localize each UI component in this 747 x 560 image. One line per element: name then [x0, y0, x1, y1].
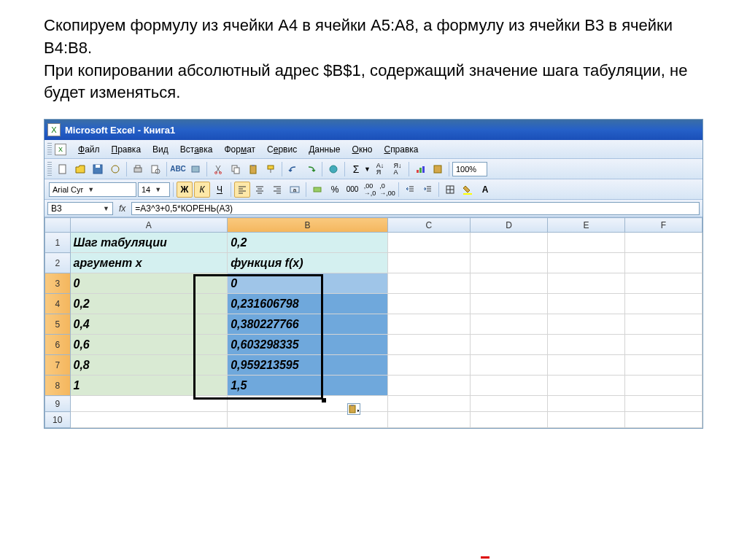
cell-d4[interactable] [470, 294, 547, 314]
cell-c3[interactable] [387, 273, 470, 294]
row-header-5[interactable]: 5 [45, 314, 71, 335]
cell-c2[interactable] [387, 253, 470, 273]
cell-c4[interactable] [387, 294, 470, 314]
new-button[interactable] [55, 161, 71, 177]
menu-file[interactable]: Файл [72, 143, 106, 156]
cell-f8[interactable] [624, 376, 702, 396]
row-header-3[interactable]: 3 [45, 273, 71, 294]
align-center-button[interactable] [252, 182, 268, 198]
cell-b4[interactable]: 0,231606798 [228, 294, 387, 314]
cell-e8[interactable] [547, 376, 624, 396]
autosum-button[interactable]: Σ [348, 161, 364, 177]
cell-d3[interactable] [470, 273, 547, 294]
sort-asc-button[interactable]: А↓Я [372, 161, 388, 177]
cell-a7[interactable]: 0,8 [70, 355, 228, 376]
chart-wizard-button[interactable] [412, 161, 428, 177]
cell-d6[interactable] [470, 335, 547, 355]
row-header-8[interactable]: 8 [45, 376, 71, 396]
toolbar-grip-icon[interactable] [47, 162, 52, 176]
menu-service[interactable]: Сервис [261, 143, 303, 156]
cell-e7[interactable] [547, 355, 624, 376]
menu-edit[interactable]: Правка [106, 143, 147, 156]
menu-view[interactable]: Вид [147, 143, 174, 156]
percent-button[interactable]: % [327, 182, 343, 198]
menu-format[interactable]: Формат [218, 143, 261, 156]
cell-f4[interactable] [624, 294, 702, 314]
cell-b1[interactable]: 0,2 [228, 233, 387, 253]
col-header-b[interactable]: B [228, 218, 387, 233]
menu-help[interactable]: Справка [378, 143, 424, 156]
cell-b3[interactable]: 0 [228, 273, 387, 294]
cell-f3[interactable] [624, 273, 702, 294]
cell-a4[interactable]: 0,2 [70, 294, 228, 314]
cell-c9[interactable] [387, 396, 470, 412]
cell-f5[interactable] [624, 314, 702, 335]
menu-data[interactable]: Данные [303, 143, 346, 156]
toolbar-grip-icon[interactable] [47, 143, 52, 156]
cell-d9[interactable] [470, 396, 547, 412]
cell-f9[interactable] [624, 396, 702, 412]
row-header-10[interactable]: 10 [45, 412, 71, 428]
cell-c5[interactable] [387, 314, 470, 335]
sort-desc-button[interactable]: Я↓А [390, 161, 406, 177]
cell-d8[interactable] [470, 376, 547, 396]
cell-f7[interactable] [624, 355, 702, 376]
permissions-button[interactable] [107, 161, 123, 177]
row-header-4[interactable]: 4 [45, 294, 71, 314]
comma-style-button[interactable]: 000 [344, 182, 360, 198]
increase-indent-button[interactable] [419, 182, 436, 198]
cell-e3[interactable] [547, 273, 624, 294]
cell-e2[interactable] [547, 253, 624, 273]
cell-a10[interactable] [70, 412, 228, 428]
fill-color-button[interactable] [460, 182, 476, 198]
select-all-corner[interactable] [45, 218, 71, 233]
autofill-options-icon[interactable]: ▸ [347, 403, 360, 415]
cell-f2[interactable] [624, 253, 702, 273]
col-header-a[interactable]: A [70, 218, 228, 233]
align-right-button[interactable] [269, 182, 285, 198]
cell-c7[interactable] [387, 355, 470, 376]
research-button[interactable] [187, 161, 204, 177]
name-box[interactable]: B3 ▼ [47, 202, 113, 215]
col-header-e[interactable]: E [547, 218, 624, 233]
row-header-9[interactable]: 9 [45, 396, 71, 412]
cell-f10[interactable] [624, 412, 702, 428]
cell-e6[interactable] [547, 335, 624, 355]
underline-button[interactable]: Ч [212, 182, 228, 198]
cell-d5[interactable] [470, 314, 547, 335]
col-header-d[interactable]: D [470, 218, 547, 233]
cell-c8[interactable] [387, 376, 470, 396]
menu-insert[interactable]: Вставка [174, 143, 219, 156]
cell-a9[interactable] [70, 396, 228, 412]
col-header-f[interactable]: F [624, 218, 702, 233]
decrease-indent-button[interactable] [402, 182, 418, 198]
redo-button[interactable] [303, 161, 319, 177]
cell-e4[interactable] [547, 294, 624, 314]
row-header-2[interactable]: 2 [45, 253, 71, 273]
cell-c10[interactable] [387, 412, 470, 428]
borders-button[interactable] [442, 182, 458, 198]
fx-button[interactable]: fx [116, 203, 128, 214]
cell-e5[interactable] [547, 314, 624, 335]
open-button[interactable] [72, 161, 88, 177]
cell-a6[interactable]: 0,6 [70, 335, 228, 355]
cell-c6[interactable] [387, 335, 470, 355]
print-preview-button[interactable] [147, 161, 163, 177]
cell-b6[interactable]: 0,603298335 [228, 335, 387, 355]
cell-e9[interactable] [547, 396, 624, 412]
formula-input[interactable]: =A3^3+0,5*КОРЕНЬ(A3) [131, 202, 700, 215]
cell-d2[interactable] [470, 253, 547, 273]
italic-button[interactable]: К [194, 182, 210, 198]
zoom-combo[interactable]: 100% [452, 162, 487, 176]
format-painter-button[interactable] [263, 161, 279, 177]
cell-a2[interactable]: аргумент x [70, 253, 228, 273]
cell-f6[interactable] [624, 335, 702, 355]
cell-a3[interactable]: 0 [70, 273, 228, 294]
cell-d1[interactable] [470, 233, 547, 253]
cell-b10[interactable] [228, 412, 387, 428]
fill-handle[interactable] [322, 398, 326, 402]
cell-b9[interactable] [228, 396, 387, 412]
hyperlink-button[interactable] [325, 161, 341, 177]
decrease-decimal-button[interactable]: ,0→,00 [379, 182, 395, 198]
cell-b7[interactable]: 0,959213595 [228, 355, 387, 376]
